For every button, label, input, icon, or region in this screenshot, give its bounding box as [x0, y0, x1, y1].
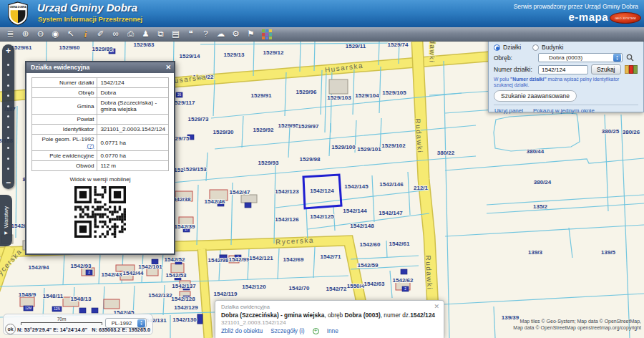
- zoom-slider[interactable]: + −: [2, 44, 14, 189]
- obreb-select[interactable]: Dobra (0003) ▲▼: [538, 53, 623, 62]
- single-window-link[interactable]: Pokazuj w jednym oknie: [533, 107, 595, 114]
- obreb-label: Obręb:: [494, 54, 538, 62]
- other-link[interactable]: Inne: [327, 327, 338, 334]
- details-link[interactable]: Szczegóły (i): [270, 327, 305, 334]
- layout-icon[interactable]: ▤: [168, 27, 183, 41]
- radio-budynki-label[interactable]: Budynki: [542, 44, 563, 51]
- zoom-in-icon[interactable]: ⊕: [18, 27, 33, 41]
- cloud-icon[interactable]: ☁: [213, 27, 228, 41]
- advanced-search-button[interactable]: Szukanie zaawansowane: [494, 90, 577, 102]
- toolbar: ≣⊕⊖◉↖i✐∞⎙♟⧉▤❝?☁⚙⚑: [0, 27, 644, 42]
- parcel-boundary: [429, 91, 494, 95]
- info-icon[interactable]: i: [78, 27, 93, 41]
- parcel-boundary: [242, 116, 243, 148]
- zoom-out-icon[interactable]: ⊖: [33, 27, 48, 41]
- parcel-label: 1542/128: [171, 296, 195, 302]
- table-row: Obwód112 m: [32, 161, 169, 171]
- select-stepper-icon[interactable]: ▲▼: [613, 54, 621, 62]
- parcel-label: 1542/53: [166, 272, 187, 279]
- flag-icon[interactable]: ⚑: [243, 27, 258, 41]
- parcel-label: 1548/13: [71, 296, 92, 302]
- popup-titlebar[interactable]: Działka ewidencyjna ✕: [26, 62, 174, 73]
- parcel-label: 1542/72: [326, 286, 347, 292]
- print-icon[interactable]: ⎙: [123, 27, 138, 41]
- search-magnifier-icon[interactable]: [626, 54, 634, 62]
- zoom-level-track[interactable]: [7, 55, 9, 178]
- parcel-label: 1542/61: [389, 241, 410, 247]
- parcel-label: 1542/120: [242, 284, 266, 290]
- parcel-label: 139/3: [528, 249, 543, 256]
- help-link[interactable]: (?): [87, 143, 94, 149]
- pointer-icon[interactable]: ↖: [63, 27, 78, 41]
- parcel-boundary: [213, 80, 215, 116]
- map-attribution: Map tiles © Geo-System; Map data © OpenS…: [513, 318, 641, 331]
- app-window: 292617212M12N2221529/611529/601529/89152…: [0, 0, 644, 338]
- parcel-boundary: [408, 172, 410, 215]
- table-row: Identyfikator321101_2.0003.1542/124: [32, 125, 169, 135]
- layers-tab-label: Warstwy: [3, 206, 9, 228]
- ok-button[interactable]: ok: [5, 324, 16, 334]
- parcel-label: 1529/83: [134, 42, 155, 48]
- parcel-boundary: [444, 61, 449, 338]
- result-identifier: 321101_2.0003.1542/124: [221, 319, 438, 326]
- app-title: Urząd Gminy Dobra: [37, 1, 137, 14]
- parcel-label: 1542/43: [102, 271, 122, 278]
- parcel-label: 1542/70: [289, 285, 310, 291]
- parcel-label: 1529/97: [298, 123, 319, 130]
- layers-icon[interactable]: ≣: [3, 27, 18, 41]
- street-view-icon[interactable]: ♟: [138, 27, 153, 41]
- building: [241, 195, 257, 203]
- expand-arrow-icon: ▶: [4, 230, 8, 235]
- parcel-label: 1542/123: [275, 188, 299, 195]
- parcel-label: 1542/71: [321, 254, 341, 260]
- zoom-in-button[interactable]: +: [6, 47, 11, 55]
- building: [197, 314, 203, 324]
- measure-icon[interactable]: ✐: [93, 27, 108, 41]
- copy-view-icon[interactable]: ⧉: [153, 27, 168, 41]
- panel-body: Działki Budynki Obręb: Dobra (0003) ▲▼ N…: [489, 41, 643, 114]
- close-icon[interactable]: ✕: [165, 62, 171, 73]
- help-icon[interactable]: ?: [198, 27, 213, 41]
- parcel-boundary: [248, 249, 249, 280]
- layers-panel-tab[interactable]: Warstwy ▶: [0, 195, 12, 246]
- parcel-label: 1529/11: [346, 43, 366, 49]
- legend-icon[interactable]: [262, 29, 272, 39]
- parcel-label: 1542/147: [379, 210, 403, 216]
- radio-dzialki[interactable]: [494, 44, 500, 51]
- zoom-to-object-link[interactable]: Zbliż do obiektu: [221, 327, 263, 334]
- table-row: Powiat: [32, 115, 169, 125]
- link-icon[interactable]: ∞: [108, 27, 123, 41]
- address-plate-label: 2: [88, 271, 90, 274]
- chat-icon[interactable]: ❝: [183, 27, 198, 41]
- search-hint: W polu "Numer działki" można wpisać pełn…: [494, 77, 638, 88]
- select-area-icon[interactable]: ◉: [48, 27, 63, 41]
- parcel-info-popup: Działka ewidencyjna ✕ Numer działki1542/…: [25, 61, 175, 255]
- parcel-label: 1529/103: [327, 95, 351, 101]
- parcel-label: 1529/102: [381, 143, 406, 149]
- radio-dzialki-label[interactable]: Działki: [503, 44, 521, 51]
- settings-icon[interactable]: ⚙: [228, 27, 243, 41]
- parcel-number-input[interactable]: [538, 65, 588, 74]
- parcel-label: 380/24: [534, 179, 552, 185]
- road-label: Rudawki: [424, 255, 434, 290]
- parcel-label: 1529/73: [188, 116, 209, 122]
- table-row: Numer działki1542/124: [32, 78, 169, 88]
- hide-panel-link[interactable]: Ukryj panel: [494, 107, 523, 114]
- parcel-boundary: [487, 203, 644, 213]
- result-popup-title: Działka ewidencyjna: [221, 304, 438, 310]
- header-bar: GMINA DOBRA Urząd Gminy Dobra System Inf…: [0, 0, 644, 27]
- parcel-label: 1529/104: [355, 92, 379, 99]
- legend-swatches[interactable]: [625, 65, 638, 74]
- parcel-label: 1542/94: [29, 264, 49, 271]
- search-button[interactable]: Szukaj: [591, 64, 621, 74]
- parcel-label: 1529/12: [263, 49, 284, 56]
- plus-icon[interactable]: +: [313, 328, 319, 334]
- parcel-label: 1542/98: [208, 257, 229, 264]
- parcel-label: 1529/92: [253, 127, 274, 133]
- parcel-boundary: [197, 185, 198, 245]
- address-plate: [401, 269, 407, 274]
- close-icon[interactable]: ✕: [434, 303, 439, 310]
- parcel-label: 1542/124: [310, 188, 334, 194]
- radio-budynki[interactable]: [532, 44, 539, 51]
- zoom-out-button[interactable]: −: [6, 178, 11, 187]
